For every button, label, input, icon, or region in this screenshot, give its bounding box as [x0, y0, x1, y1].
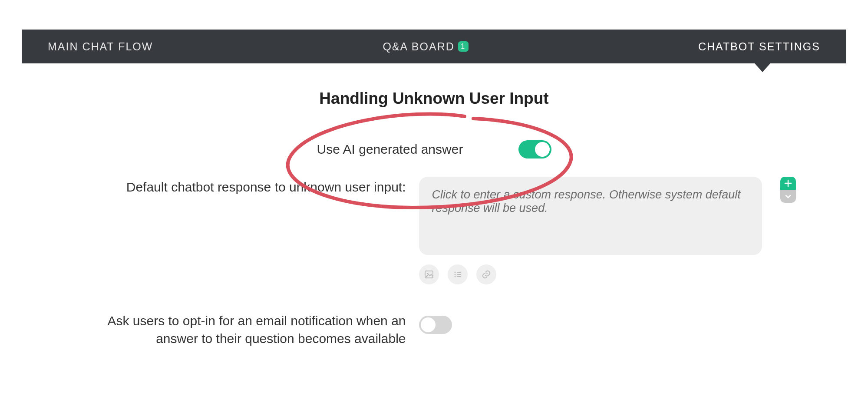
attach-list-button[interactable] [448, 264, 468, 284]
attach-link-button[interactable] [476, 264, 496, 284]
response-side-controls [775, 177, 801, 203]
svg-point-1 [427, 273, 428, 274]
ai-answer-row: Use AI generated answer [317, 140, 551, 159]
default-response-input[interactable]: Click to enter a custom response. Otherw… [419, 177, 762, 255]
active-tab-indicator [755, 63, 770, 72]
svg-point-4 [454, 274, 455, 275]
link-icon [481, 269, 492, 280]
optin-email-row: Ask users to opt-in for an email notific… [80, 310, 788, 347]
attachment-toolbar [419, 264, 762, 284]
nav-tab-label: MAIN CHAT FLOW [48, 40, 153, 53]
expand-response-button[interactable] [780, 190, 796, 203]
nav-tab-qa-board[interactable]: Q&A BOARD 1 [383, 40, 468, 53]
svg-point-2 [454, 272, 455, 273]
ai-answer-toggle[interactable] [518, 140, 551, 159]
nav-tab-label: Q&A BOARD [383, 40, 454, 53]
section-title: Handling Unknown User Input [22, 89, 846, 108]
default-response-placeholder: Click to enter a custom response. Otherw… [432, 188, 741, 215]
plus-icon [784, 179, 792, 187]
optin-email-toggle[interactable] [419, 316, 452, 334]
top-navbar: MAIN CHAT FLOW Q&A BOARD 1 CHATBOT SETTI… [22, 30, 846, 63]
default-response-label: Default chatbot response to unknown user… [80, 177, 406, 196]
svg-rect-3 [457, 272, 461, 273]
nav-tab-main-chat-flow[interactable]: MAIN CHAT FLOW [48, 40, 153, 53]
svg-rect-5 [457, 274, 461, 275]
default-response-row: Default chatbot response to unknown user… [80, 177, 788, 284]
list-icon [452, 269, 463, 280]
optin-email-label: Ask users to opt-in for an email notific… [80, 310, 406, 347]
svg-point-6 [454, 276, 455, 277]
add-response-button[interactable] [780, 177, 796, 190]
attach-image-button[interactable] [419, 264, 439, 284]
svg-rect-7 [457, 276, 461, 277]
nav-tab-chatbot-settings[interactable]: CHATBOT SETTINGS [698, 40, 820, 53]
toggle-knob [421, 317, 436, 332]
nav-tab-label: CHATBOT SETTINGS [698, 40, 820, 53]
image-icon [424, 269, 434, 280]
toggle-knob [535, 142, 550, 157]
qa-board-badge: 1 [458, 41, 469, 52]
ai-answer-label: Use AI generated answer [317, 142, 463, 157]
chevron-down-icon [784, 192, 792, 200]
